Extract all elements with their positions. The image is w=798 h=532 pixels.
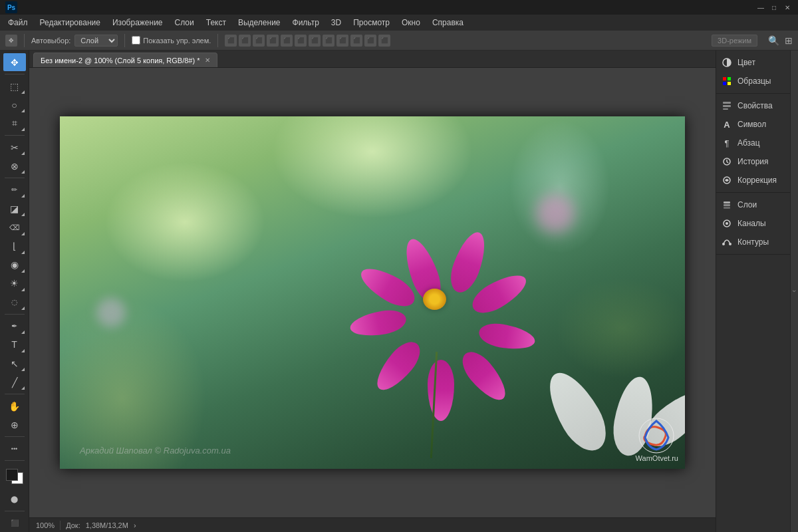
options-separator-2: [124, 34, 125, 47]
tool-separator-3: [5, 178, 25, 178]
menu-filter[interactable]: Фильтр: [287, 17, 325, 29]
tool-separator-6: [5, 436, 25, 437]
menu-window[interactable]: Окно: [396, 17, 426, 29]
tool-separator-4: [5, 314, 25, 315]
paragraph-icon: ¶: [722, 138, 732, 148]
panel-item-adjustments[interactable]: Коррекция: [716, 171, 790, 190]
document-tab[interactable]: Без имени-2 @ 100% (Слой 5 копия, RGB/8#…: [33, 53, 217, 67]
3d-mode-button[interactable]: 3D-режим: [712, 35, 757, 47]
heal-tool[interactable]: ✏: [3, 181, 26, 199]
color-picker[interactable]: [3, 466, 26, 487]
eraser-tool[interactable]: ◉: [3, 256, 26, 274]
close-button[interactable]: ✕: [782, 2, 793, 13]
logo-text: WamOtvet.ru: [636, 454, 678, 462]
pen-tool[interactable]: ✒: [3, 317, 26, 335]
hand-tool[interactable]: ✋: [3, 397, 26, 415]
distribute-right-icon[interactable]: ⬛: [336, 35, 348, 47]
history-label: История: [737, 157, 769, 166]
menu-layers[interactable]: Слои: [170, 17, 200, 29]
status-bar: 100% Док: 1,38M/13,2M ›: [29, 517, 716, 532]
panel-item-paragraph[interactable]: ¶ Абзац: [716, 134, 790, 152]
paragraph-label: Абзац: [737, 138, 760, 148]
align-bottom-icon[interactable]: ⬛: [295, 35, 307, 47]
align-left-icon[interactable]: ⬛: [225, 35, 237, 47]
move-tool-icon[interactable]: ✥: [5, 35, 17, 47]
menu-file[interactable]: Файл: [3, 17, 33, 29]
collapse-panel-arrow[interactable]: ›: [790, 51, 798, 532]
doc-value: 1,38M/13,2M: [86, 521, 128, 529]
move-tool[interactable]: ✥: [3, 53, 26, 71]
show-controls-checkbox[interactable]: Показать упр. элем.: [132, 36, 211, 45]
menu-3d[interactable]: 3D: [326, 17, 346, 29]
panel-item-layers[interactable]: Слои: [716, 196, 790, 214]
distribute-bottom-icon[interactable]: ⬛: [378, 35, 390, 47]
channels-icon: [722, 218, 732, 229]
petal-8: [348, 307, 408, 340]
left-toolbar: ✥ ⬚ ○ ⌗ ✂ ⊗ ✏ ◪ ⌫ ⌊ ◉: [0, 51, 29, 532]
text-tool[interactable]: T: [3, 336, 26, 354]
canvas-viewport[interactable]: Аркадий Шаповал © Radojuva.com.ua WamOtv…: [29, 68, 716, 517]
panel-item-history[interactable]: История: [716, 152, 790, 171]
panel-item-paths[interactable]: Контуры: [716, 233, 790, 251]
history-brush-tool[interactable]: ⌊: [3, 237, 26, 255]
menu-text[interactable]: Текст: [201, 17, 231, 29]
menubar: Файл Редактирование Изображение Слои Тек…: [0, 15, 798, 31]
extra-tools[interactable]: •••: [3, 440, 26, 458]
crop-tool[interactable]: ✂: [3, 138, 26, 156]
svg-rect-12: [724, 204, 730, 206]
canvas-image: Аркадий Шаповал © Radojuva.com.ua WamOtv…: [60, 116, 685, 469]
menu-select[interactable]: Выделение: [233, 17, 286, 29]
align-center-v-icon[interactable]: ⬛: [281, 35, 293, 47]
clone-tool[interactable]: ⌫: [3, 218, 26, 236]
brush-tool[interactable]: ◪: [3, 200, 26, 217]
autoselect-dropdown[interactable]: Слой Группа: [74, 35, 118, 47]
status-arrow[interactable]: ›: [134, 521, 136, 529]
search-icon[interactable]: 🔍: [768, 35, 779, 46]
panel-item-properties[interactable]: Свойства: [716, 96, 790, 115]
canvas-frame: Аркадий Шаповал © Radojuva.com.ua WamOtv…: [60, 116, 685, 469]
align-icons-group: ⬛ ⬛ ⬛ ⬛ ⬛ ⬛ ⬛ ⬛ ⬛ ⬛ ⬛ ⬛: [225, 35, 390, 47]
align-top-icon[interactable]: ⬛: [267, 35, 279, 47]
titlebar-controls: — □ ✕: [755, 2, 793, 13]
screen-mode-tool[interactable]: ⬛: [3, 514, 26, 532]
panel-item-swatches[interactable]: Образцы: [716, 72, 790, 90]
panel-item-color[interactable]: Цвет: [716, 53, 790, 72]
logo-svg: [638, 418, 675, 454]
zoom-tool[interactable]: ⊕: [3, 416, 26, 434]
panel-item-channels[interactable]: Каналы: [716, 214, 790, 233]
autoselect-label: Автовыбор:: [31, 37, 70, 45]
svg-rect-8: [723, 108, 728, 110]
distribute-center-v-icon[interactable]: ⬛: [364, 35, 376, 47]
main-area: ✥ ⬚ ○ ⌗ ✂ ⊗ ✏ ◪ ⌫ ⌊ ◉: [0, 51, 798, 532]
swatches-label: Образцы: [737, 76, 771, 86]
eyedropper-tool[interactable]: ⊗: [3, 157, 26, 175]
menu-view[interactable]: Просмотр: [348, 17, 395, 29]
quick-select-tool[interactable]: ⌗: [3, 114, 26, 132]
maximize-button[interactable]: □: [769, 2, 779, 13]
align-right-icon[interactable]: ⬛: [253, 35, 265, 47]
align-center-h-icon[interactable]: ⬛: [239, 35, 251, 47]
menu-edit[interactable]: Редактирование: [35, 17, 106, 29]
distribute-center-h-icon[interactable]: ⬛: [323, 35, 334, 47]
path-select-tool[interactable]: ↖: [3, 354, 26, 372]
menu-image[interactable]: Изображение: [107, 17, 168, 29]
distribute-top-icon[interactable]: ⬛: [350, 35, 362, 47]
options-separator-3: [217, 34, 218, 47]
quick-mask-tool[interactable]: ⬤: [3, 490, 26, 508]
shape-tool[interactable]: ╱: [3, 373, 26, 391]
gradient-tool[interactable]: ☀: [3, 275, 26, 293]
options-separator-1: [24, 34, 25, 47]
marquee-tool[interactable]: ⬚: [3, 77, 26, 95]
dodge-tool[interactable]: ◌: [3, 293, 26, 311]
canvas-area: Без имени-2 @ 100% (Слой 5 копия, RGB/8#…: [29, 51, 716, 532]
arrange-icon[interactable]: ⊞: [785, 35, 793, 46]
minimize-button[interactable]: —: [755, 2, 766, 13]
menu-help[interactable]: Справка: [427, 17, 469, 29]
history-icon: [722, 156, 732, 167]
lasso-tool[interactable]: ○: [3, 96, 26, 114]
tab-close-button[interactable]: ✕: [205, 57, 210, 64]
adjustments-icon: [722, 175, 732, 186]
distribute-left-icon[interactable]: ⬛: [309, 35, 321, 47]
panel-item-character[interactable]: A Символ: [716, 115, 790, 134]
svg-rect-13: [724, 207, 730, 209]
